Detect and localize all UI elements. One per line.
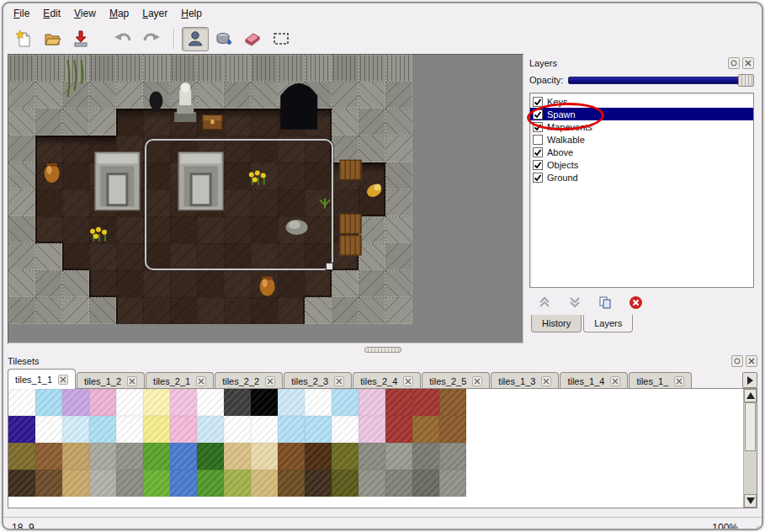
select-tool-button[interactable] [268, 27, 295, 51]
tileset-tile[interactable] [251, 470, 278, 497]
tileset-tile[interactable] [116, 470, 143, 497]
resize-grip[interactable] [748, 524, 759, 530]
menu-edit[interactable]: Edit [36, 4, 67, 23]
close-tilesets-button[interactable] [746, 355, 757, 367]
tileset-tile[interactable] [62, 389, 89, 416]
tileset-tile[interactable] [224, 443, 251, 470]
save-map-button[interactable] [67, 27, 94, 51]
tileset-tile[interactable] [278, 470, 305, 497]
tileset-tile[interactable] [35, 416, 62, 443]
tileset-tile[interactable] [439, 416, 466, 443]
float-panel-button[interactable] [728, 57, 740, 69]
tileset-tile[interactable] [170, 389, 197, 416]
layer-row-keys[interactable]: Keys [530, 95, 753, 108]
dock-tab-layers[interactable]: Layers [583, 315, 633, 332]
pane-splitter[interactable] [3, 345, 762, 354]
tileset-tile[interactable] [116, 389, 143, 416]
layer-visibility-checkbox[interactable] [533, 135, 543, 145]
tileset-tab-tiles_1_2[interactable]: tiles_1_2 [77, 372, 145, 389]
close-tab-button[interactable] [403, 376, 413, 386]
splitter-grip[interactable] [364, 347, 401, 353]
tileset-tile[interactable] [62, 443, 89, 470]
tileset-tile[interactable] [412, 416, 439, 443]
close-tab-button[interactable] [265, 376, 275, 386]
tileset-tab-tiles_2_2[interactable]: tiles_2_2 [215, 372, 283, 389]
layer-visibility-checkbox[interactable] [533, 122, 543, 132]
scroll-tabs-right-button[interactable] [742, 372, 757, 388]
tileset-tile[interactable] [224, 389, 251, 416]
layer-visibility-checkbox[interactable] [533, 160, 543, 170]
map-selection[interactable] [145, 139, 333, 270]
tileset-tile[interactable] [412, 443, 439, 470]
tileset-tile[interactable] [224, 416, 251, 443]
tileset-tile[interactable] [439, 470, 466, 497]
layer-row-objects[interactable]: Objects [530, 158, 753, 171]
tileset-tile[interactable] [332, 416, 359, 443]
layer-visibility-checkbox[interactable] [533, 173, 543, 183]
tileset-tile[interactable] [439, 443, 466, 470]
close-tab-button[interactable] [196, 376, 206, 386]
menu-help[interactable]: Help [174, 4, 209, 23]
tileset-tile[interactable] [89, 389, 116, 416]
tileset-scrollbar[interactable] [743, 389, 757, 508]
tileset-tile[interactable] [385, 416, 412, 443]
tileset-tile[interactable] [305, 389, 332, 416]
tileset-tile[interactable] [8, 443, 35, 470]
layer-row-above[interactable]: Above [530, 146, 753, 158]
menu-file[interactable]: File [7, 4, 36, 23]
tileset-tile[interactable] [197, 389, 224, 416]
layer-visibility-checkbox[interactable] [533, 97, 543, 107]
new-map-button[interactable] [10, 27, 37, 51]
tileset-tile[interactable] [278, 416, 305, 443]
fill-tool-button[interactable] [210, 27, 237, 51]
tileset-tile[interactable] [197, 443, 224, 470]
delete-layer-button[interactable] [627, 294, 644, 311]
opacity-slider-track[interactable] [568, 77, 754, 84]
tileset-tile[interactable] [305, 443, 332, 470]
tileset-tile[interactable] [305, 470, 332, 497]
menu-map[interactable]: Map [103, 4, 135, 23]
tileset-tab-tiles_1_4[interactable]: tiles_1_4 [560, 372, 628, 389]
tileset-tile[interactable] [332, 389, 359, 416]
tileset-tile[interactable] [278, 443, 305, 470]
selection-resize-handle[interactable] [326, 263, 333, 270]
tileset-tile[interactable] [8, 470, 35, 497]
tileset-tile[interactable] [359, 470, 385, 497]
duplicate-layer-button[interactable] [597, 294, 614, 311]
tileset-tile[interactable] [116, 416, 143, 443]
close-panel-button[interactable] [742, 57, 754, 69]
layer-visibility-checkbox[interactable] [533, 109, 543, 120]
tileset-tile[interactable] [62, 416, 89, 443]
tileset-tile[interactable] [359, 443, 385, 470]
undo-button[interactable] [109, 27, 136, 51]
tileset-tile[interactable] [305, 416, 332, 443]
layer-visibility-checkbox[interactable] [533, 147, 543, 157]
tileset-tile[interactable] [35, 389, 62, 416]
tileset-tile[interactable] [197, 416, 224, 443]
tileset-tile[interactable] [332, 470, 359, 497]
scroll-up-button[interactable] [744, 389, 757, 402]
dock-tab-history[interactable]: History [531, 315, 582, 332]
tileset-tile[interactable] [197, 470, 224, 497]
tileset-tile[interactable] [89, 470, 116, 497]
close-tab-button[interactable] [127, 376, 137, 386]
close-tab-button[interactable] [472, 376, 482, 386]
close-tab-button[interactable] [58, 375, 68, 385]
pointer-tool-button[interactable] [182, 27, 209, 51]
lower-layer-button[interactable] [566, 294, 583, 311]
tileset-tile[interactable] [412, 470, 439, 497]
tileset-tile[interactable] [35, 443, 62, 470]
tileset-tile[interactable] [89, 443, 116, 470]
menu-view[interactable]: View [67, 4, 103, 23]
tileset-tile[interactable] [251, 416, 278, 443]
layer-row-mapevents[interactable]: Mapevents [530, 120, 753, 133]
close-tab-button[interactable] [541, 376, 551, 386]
opacity-slider[interactable] [568, 74, 754, 87]
scrollbar-thumb[interactable] [745, 402, 756, 451]
tileset-tab-tiles_2_4[interactable]: tiles_2_4 [353, 372, 421, 389]
close-tab-button[interactable] [334, 376, 344, 386]
layer-row-ground[interactable]: Ground [530, 171, 753, 184]
redo-button[interactable] [138, 27, 165, 51]
tileset-tab-tiles_2_5[interactable]: tiles_2_5 [422, 372, 490, 389]
tileset-tile[interactable] [359, 416, 385, 443]
